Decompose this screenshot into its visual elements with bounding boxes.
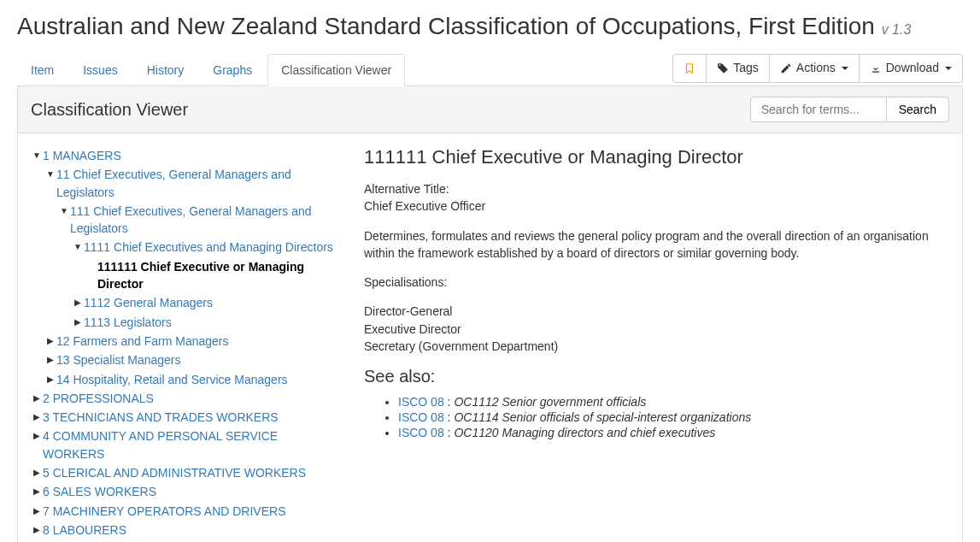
tree-label: 111111 Chief Executive or Managing Direc… [97, 258, 338, 293]
alt-title-block: Alternative Title: Chief Executive Offic… [364, 180, 949, 215]
tab-classification-viewer[interactable]: Classification Viewer [267, 54, 405, 86]
tree-label[interactable]: 5 CLERICAL AND ADMINISTRATIVE WORKERS [43, 464, 306, 481]
search-input[interactable] [750, 97, 887, 122]
tree-label[interactable]: 6 SALES WORKERS [43, 483, 156, 500]
bookmark-button[interactable] [672, 54, 707, 83]
see-also-link[interactable]: ISCO 08 [398, 395, 444, 409]
tree-node[interactable]: ▼111 Chief Executives, General Managers … [58, 202, 338, 239]
tab-graphs[interactable]: Graphs [199, 54, 266, 86]
tree-node[interactable]: ▶14 Hospitality, Retail and Service Mana… [44, 370, 338, 389]
see-also-heading: See also: [364, 367, 949, 386]
tree-node[interactable]: ▶12 Farmers and Farm Managers [44, 332, 338, 351]
specialisations-list: Director-GeneralExecutive DirectorSecret… [364, 303, 949, 355]
title-text: Australian and New Zealand Standard Clas… [17, 13, 875, 39]
tree-label[interactable]: 4 COMMUNITY AND PERSONAL SERVICE WORKERS [43, 427, 338, 462]
tree-label[interactable]: 1112 General Managers [84, 294, 213, 311]
tree-label[interactable]: 12 Farmers and Farm Managers [56, 333, 229, 350]
see-also-text: OC1120 Managing directors and chief exec… [454, 426, 715, 439]
tree-node[interactable]: ▶2 PROFESSIONALS [31, 389, 338, 408]
tree-node[interactable]: ▶1112 General Managers [72, 293, 338, 312]
see-also-text: OC1112 Senior government officials [454, 395, 646, 409]
arrow-down-icon[interactable]: ▼ [72, 239, 84, 254]
arrow-down-icon[interactable]: ▼ [44, 166, 56, 181]
version-label: v 1.3 [882, 22, 912, 37]
tree-node[interactable]: ▼11 Chief Executives, General Managers a… [44, 165, 338, 202]
arrow-right-icon[interactable]: ▶ [44, 351, 56, 367]
specialisation-item: Director-General [364, 303, 949, 320]
tree-label[interactable]: 1111 Chief Executives and Managing Direc… [84, 239, 333, 256]
panel-title: Classification Viewer [31, 100, 188, 120]
tree-node[interactable]: ▶8 LABOURERS [31, 521, 338, 539]
panel-body: ▼1 MANAGERS▼11 Chief Executives, General… [18, 133, 962, 542]
specialisation-item: Executive Director [364, 321, 949, 338]
arrow-right-icon[interactable]: ▶ [31, 521, 43, 537]
tags-label: Tags [733, 60, 759, 77]
see-also-item: ISCO 08 : OC1112 Senior government offic… [398, 395, 949, 409]
page-title: Australian and New Zealand Standard Clas… [17, 13, 963, 40]
tree-label[interactable]: 111 Chief Executives, General Managers a… [70, 203, 338, 238]
tab-item[interactable]: Item [17, 54, 67, 86]
classification-tree: ▼1 MANAGERS▼11 Chief Executives, General… [31, 146, 338, 539]
detail-pane: 111111 Chief Executive or Managing Direc… [364, 146, 949, 539]
arrow-down-icon[interactable]: ▼ [31, 147, 43, 162]
nav-tabs: ItemIssuesHistoryGraphsClassification Vi… [17, 54, 407, 86]
tab-issues[interactable]: Issues [69, 54, 131, 86]
specialisation-item: Secretary (Government Department) [364, 338, 949, 355]
download-icon [870, 62, 882, 74]
tree-label[interactable]: 11 Chief Executives, General Managers an… [56, 166, 338, 201]
caret-down-icon [842, 67, 848, 70]
arrow-right-icon[interactable]: ▶ [31, 409, 43, 424]
search-button[interactable]: Search [886, 97, 949, 122]
see-also-link[interactable]: ISCO 08 [398, 426, 444, 439]
tab-label: Graphs [199, 54, 266, 86]
download-button[interactable]: Download [859, 54, 963, 83]
tree-node[interactable]: ▶1113 Legislators [72, 313, 338, 332]
arrow-right-icon[interactable]: ▶ [44, 333, 56, 348]
tree-node[interactable]: ▶13 Specialist Managers [44, 351, 338, 369]
arrow-down-icon[interactable]: ▼ [58, 203, 70, 218]
tree-label[interactable]: 1113 Legislators [84, 314, 172, 331]
arrow-right-icon[interactable]: ▶ [31, 390, 43, 405]
pencil-icon [780, 62, 792, 74]
tab-history[interactable]: History [133, 54, 198, 86]
tree-label[interactable]: 2 PROFESSIONALS [43, 390, 154, 407]
tree-label[interactable]: 1 MANAGERS [43, 147, 121, 164]
tree-label[interactable]: 13 Specialist Managers [56, 351, 181, 368]
classification-viewer-panel: Classification Viewer Search ▼1 MANAGERS… [17, 85, 963, 542]
tab-label: Classification Viewer [267, 54, 405, 86]
panel-heading: Classification Viewer Search [18, 86, 962, 133]
caret-down-icon [945, 67, 952, 70]
alt-title-label: Alternative Title: [364, 180, 949, 197]
detail-description: Determines, formulates and reviews the g… [364, 227, 949, 262]
tree-node[interactable]: ▶3 TECHNICIANS AND TRADES WORKERS [31, 408, 338, 427]
see-also-link[interactable]: ISCO 08 [398, 410, 444, 424]
tree-node[interactable]: ▶6 SALES WORKERS [31, 482, 338, 501]
tree-node[interactable]: 111111 Chief Executive or Managing Direc… [85, 257, 338, 294]
tree-node[interactable]: ▶5 CLERICAL AND ADMINISTRATIVE WORKERS [31, 463, 338, 482]
tree-label[interactable]: 14 Hospitality, Retail and Service Manag… [56, 371, 288, 388]
actions-button[interactable]: Actions [769, 54, 860, 83]
arrow-right-icon[interactable]: ▶ [72, 314, 84, 329]
tree-node[interactable]: ▶7 MACHINERY OPERATORS AND DRIVERS [31, 502, 338, 521]
see-also-item: ISCO 08 : OC1114 Senior officials of spe… [398, 410, 949, 424]
arrow-right-icon[interactable]: ▶ [31, 503, 43, 518]
tab-label: Issues [69, 54, 131, 86]
see-also-item: ISCO 08 : OC1120 Managing directors and … [398, 426, 949, 439]
tree-label[interactable]: 7 MACHINERY OPERATORS AND DRIVERS [43, 503, 285, 520]
tags-button[interactable]: Tags [706, 54, 770, 83]
arrow-right-icon[interactable]: ▶ [31, 464, 43, 480]
tree-node[interactable]: ▼1 MANAGERS [31, 146, 338, 165]
tree-node[interactable]: ▶4 COMMUNITY AND PERSONAL SERVICE WORKER… [31, 427, 338, 463]
arrow-right-icon[interactable]: ▶ [72, 294, 84, 309]
actions-label: Actions [796, 60, 836, 77]
arrow-right-icon[interactable]: ▶ [31, 427, 43, 443]
topbar: ItemIssuesHistoryGraphsClassification Vi… [17, 54, 963, 86]
tree-label[interactable]: 8 LABOURERS [43, 521, 126, 539]
download-label: Download [886, 60, 939, 77]
tree-node[interactable]: ▼1111 Chief Executives and Managing Dire… [72, 238, 338, 256]
arrow-right-icon[interactable]: ▶ [44, 371, 56, 386]
action-toolbar: Tags Actions Download [672, 54, 963, 83]
arrow-right-icon[interactable]: ▶ [31, 483, 43, 498]
tab-label: Item [17, 54, 67, 86]
tree-label[interactable]: 3 TECHNICIANS AND TRADES WORKERS [43, 409, 279, 426]
